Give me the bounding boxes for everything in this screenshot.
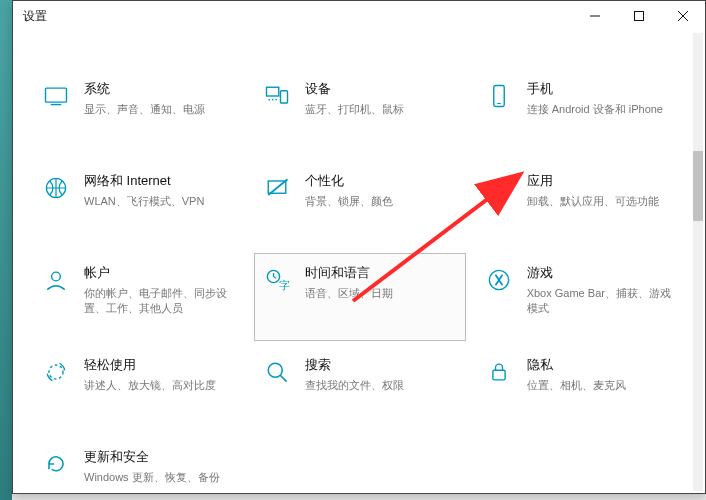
svg-rect-18 [493,370,505,380]
tile-ease[interactable]: 轻松使用讲述人、放大镜、高对比度 [33,345,244,433]
personal-icon [263,174,291,202]
tile-phone[interactable]: 手机连接 Android 设备和 iPhone [476,69,687,157]
tile-desc: 语音、区域、日期 [305,286,456,301]
svg-point-12 [52,272,61,281]
phone-icon [485,82,513,110]
tile-privacy[interactable]: 隐私位置、相机、麦克风 [476,345,687,433]
tile-network[interactable]: 网络和 InternetWLAN、飞行模式、VPN [33,161,244,249]
apps-icon [485,174,513,202]
update-icon [42,450,70,478]
minimize-button[interactable] [573,1,617,31]
tile-personal[interactable]: 个性化背景、锁屏、颜色 [254,161,465,249]
close-button[interactable] [661,1,705,31]
titlebar: 设置 [13,1,705,31]
settings-grid: 系统显示、声音、通知、电源设备蓝牙、打印机、鼠标手机连接 Android 设备和… [33,69,687,493]
tile-title: 游戏 [527,264,678,282]
search-icon [263,358,291,386]
tile-update[interactable]: 更新和安全Windows 更新、恢复、备份 [33,437,244,493]
tile-desc: 你的帐户、电子邮件、同步设置、工作、其他人员 [84,286,235,317]
tile-desc: WLAN、飞行模式、VPN [84,194,235,209]
tile-title: 应用 [527,172,678,190]
svg-point-16 [49,365,63,379]
tile-title: 隐私 [527,356,678,374]
time-icon: 字 [263,266,291,294]
tile-title: 网络和 Internet [84,172,235,190]
tile-time[interactable]: 字时间和语言语音、区域、日期 [254,253,465,341]
svg-point-17 [269,363,283,377]
tile-desc: Xbox Game Bar、捕获、游戏模式 [527,286,678,317]
tile-title: 个性化 [305,172,456,190]
svg-rect-3 [267,87,279,96]
tile-search[interactable]: 搜索查找我的文件、权限 [254,345,465,433]
svg-rect-9 [497,103,501,104]
tile-title: 轻松使用 [84,356,235,374]
settings-content: 系统显示、声音、通知、电源设备蓝牙、打印机、鼠标手机连接 Android 设备和… [13,31,705,493]
scrollbar-track[interactable] [693,33,703,491]
tile-title: 时间和语言 [305,264,456,282]
tile-title: 设备 [305,80,456,98]
system-icon [42,82,70,110]
svg-rect-1 [46,88,67,102]
gaming-icon [485,266,513,294]
svg-rect-4 [281,91,288,103]
accounts-icon [42,266,70,294]
tile-devices[interactable]: 设备蓝牙、打印机、鼠标 [254,69,465,157]
tile-desc: 连接 Android 设备和 iPhone [527,102,678,117]
maximize-button[interactable] [617,1,661,31]
network-icon [42,174,70,202]
svg-point-7 [276,99,278,101]
svg-point-6 [272,99,274,101]
tile-desc: 讲述人、放大镜、高对比度 [84,378,235,393]
svg-rect-0 [635,12,644,21]
tile-desc: 卸载、默认应用、可选功能 [527,194,678,209]
tile-desc: 查找我的文件、权限 [305,378,456,393]
svg-rect-2 [51,104,62,105]
tile-accounts[interactable]: 帐户你的帐户、电子邮件、同步设置、工作、其他人员 [33,253,244,341]
tile-desc: 背景、锁屏、颜色 [305,194,456,209]
svg-point-5 [269,99,271,101]
tile-title: 搜索 [305,356,456,374]
tile-desc: 蓝牙、打印机、鼠标 [305,102,456,117]
tile-title: 手机 [527,80,678,98]
tile-system[interactable]: 系统显示、声音、通知、电源 [33,69,244,157]
settings-window: 设置 系统显示、声音、通知、电源设备蓝牙、打印机、鼠标手机连接 Android … [12,0,706,494]
tile-title: 更新和安全 [84,448,235,466]
svg-text:字: 字 [279,279,290,291]
privacy-icon [485,358,513,386]
tile-title: 帐户 [84,264,235,282]
window-buttons [573,1,705,31]
window-title: 设置 [23,8,47,25]
tile-title: 系统 [84,80,235,98]
ease-icon [42,358,70,386]
tile-desc: 位置、相机、麦克风 [527,378,678,393]
devices-icon [263,82,291,110]
tile-gaming[interactable]: 游戏Xbox Game Bar、捕获、游戏模式 [476,253,687,341]
tile-desc: 显示、声音、通知、电源 [84,102,235,117]
tile-apps[interactable]: 应用卸载、默认应用、可选功能 [476,161,687,249]
tile-desc: Windows 更新、恢复、备份 [84,470,235,485]
scrollbar-thumb[interactable] [693,151,703,221]
